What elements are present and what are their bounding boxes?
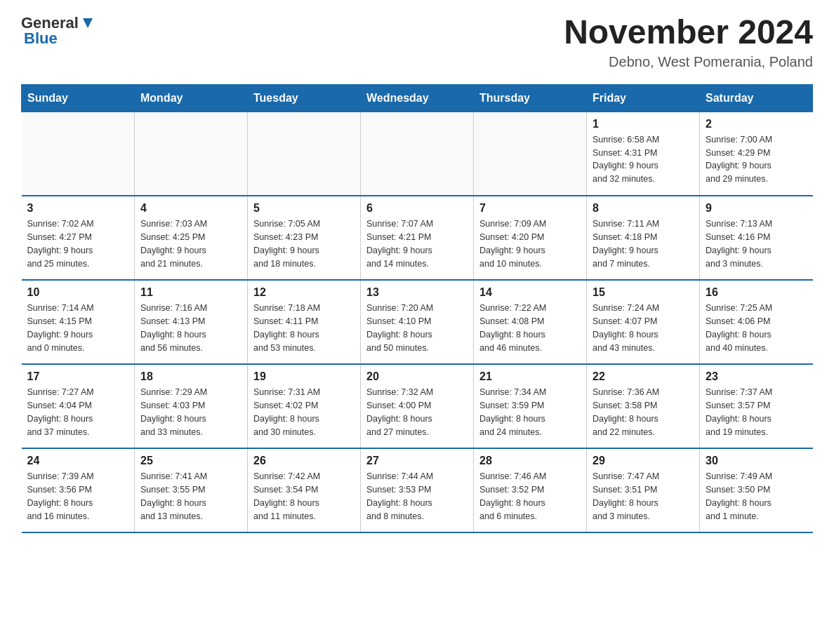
calendar-subtitle: Debno, West Pomerania, Poland [564,54,813,70]
day-info: Sunrise: 7:11 AM Sunset: 4:18 PM Dayligh… [593,217,694,270]
day-number: 29 [593,455,694,467]
table-row: 5Sunrise: 7:05 AM Sunset: 4:23 PM Daylig… [248,196,361,280]
table-row: 11Sunrise: 7:16 AM Sunset: 4:13 PM Dayli… [135,280,248,364]
day-number: 23 [706,370,807,383]
calendar-week-3: 10Sunrise: 7:14 AM Sunset: 4:15 PM Dayli… [22,280,813,364]
table-row: 18Sunrise: 7:29 AM Sunset: 4:03 PM Dayli… [135,364,248,448]
day-number: 1 [593,118,694,130]
table-row: 14Sunrise: 7:22 AM Sunset: 4:08 PM Dayli… [474,280,587,364]
day-info: Sunrise: 7:31 AM Sunset: 4:02 PM Dayligh… [253,386,355,438]
day-number: 18 [140,370,241,383]
day-number: 13 [366,286,468,299]
table-row: 2Sunrise: 7:00 AM Sunset: 4:29 PM Daylig… [700,112,813,196]
day-number: 28 [479,455,581,467]
day-info: Sunrise: 7:03 AM Sunset: 4:25 PM Dayligh… [140,217,241,270]
day-info: Sunrise: 7:29 AM Sunset: 4:03 PM Dayligh… [140,386,241,438]
day-info: Sunrise: 7:20 AM Sunset: 4:10 PM Dayligh… [366,302,468,354]
table-row: 30Sunrise: 7:49 AM Sunset: 3:50 PM Dayli… [700,448,813,532]
day-info: Sunrise: 7:14 AM Sunset: 4:15 PM Dayligh… [27,302,129,354]
day-info: Sunrise: 7:25 AM Sunset: 4:06 PM Dayligh… [706,302,807,354]
day-info: Sunrise: 7:02 AM Sunset: 4:27 PM Dayligh… [27,217,129,270]
day-number: 9 [706,202,807,215]
day-info: Sunrise: 7:27 AM Sunset: 4:04 PM Dayligh… [27,386,129,438]
calendar-week-5: 24Sunrise: 7:39 AM Sunset: 3:56 PM Dayli… [22,448,813,532]
table-row [135,112,248,196]
table-row: 1Sunrise: 6:58 AM Sunset: 4:31 PM Daylig… [587,112,700,196]
day-info: Sunrise: 7:49 AM Sunset: 3:50 PM Dayligh… [706,470,807,523]
day-info: Sunrise: 7:47 AM Sunset: 3:51 PM Dayligh… [593,470,694,523]
day-number: 12 [253,286,355,299]
calendar-week-4: 17Sunrise: 7:27 AM Sunset: 4:04 PM Dayli… [22,364,813,448]
table-row: 7Sunrise: 7:09 AM Sunset: 4:20 PM Daylig… [474,196,587,280]
table-row: 12Sunrise: 7:18 AM Sunset: 4:11 PM Dayli… [248,280,361,364]
table-row: 25Sunrise: 7:41 AM Sunset: 3:55 PM Dayli… [135,448,248,532]
day-info: Sunrise: 7:18 AM Sunset: 4:11 PM Dayligh… [253,302,355,354]
logo-blue: Blue [24,29,58,48]
calendar-table: Sunday Monday Tuesday Wednesday Thursday… [21,84,813,534]
header-monday: Monday [135,84,248,112]
day-info: Sunrise: 7:05 AM Sunset: 4:23 PM Dayligh… [253,217,355,270]
table-row: 20Sunrise: 7:32 AM Sunset: 4:00 PM Dayli… [361,364,474,448]
table-row: 24Sunrise: 7:39 AM Sunset: 3:56 PM Dayli… [22,448,135,532]
day-number: 2 [706,118,807,130]
day-number: 7 [479,202,581,215]
table-row: 6Sunrise: 7:07 AM Sunset: 4:21 PM Daylig… [361,196,474,280]
day-info: Sunrise: 7:39 AM Sunset: 3:56 PM Dayligh… [27,470,129,523]
table-row: 27Sunrise: 7:44 AM Sunset: 3:53 PM Dayli… [361,448,474,532]
day-number: 20 [366,370,468,383]
calendar-header-row: Sunday Monday Tuesday Wednesday Thursday… [22,84,813,112]
table-row: 29Sunrise: 7:47 AM Sunset: 3:51 PM Dayli… [587,448,700,532]
header-saturday: Saturday [700,84,813,112]
table-row: 4Sunrise: 7:03 AM Sunset: 4:25 PM Daylig… [135,196,248,280]
day-info: Sunrise: 7:36 AM Sunset: 3:58 PM Dayligh… [593,386,694,438]
day-number: 21 [479,370,581,383]
table-row [474,112,587,196]
day-number: 30 [706,455,807,467]
day-info: Sunrise: 7:13 AM Sunset: 4:16 PM Dayligh… [706,217,807,270]
table-row: 8Sunrise: 7:11 AM Sunset: 4:18 PM Daylig… [587,196,700,280]
day-number: 24 [27,455,129,467]
day-info: Sunrise: 7:00 AM Sunset: 4:29 PM Dayligh… [706,133,807,186]
day-number: 4 [140,202,241,215]
day-info: Sunrise: 6:58 AM Sunset: 4:31 PM Dayligh… [593,133,694,186]
table-row: 10Sunrise: 7:14 AM Sunset: 4:15 PM Dayli… [22,280,135,364]
day-info: Sunrise: 7:44 AM Sunset: 3:53 PM Dayligh… [366,470,468,523]
day-info: Sunrise: 7:16 AM Sunset: 4:13 PM Dayligh… [140,302,241,354]
table-row: 16Sunrise: 7:25 AM Sunset: 4:06 PM Dayli… [700,280,813,364]
table-row [248,112,361,196]
day-info: Sunrise: 7:41 AM Sunset: 3:55 PM Dayligh… [140,470,241,523]
svg-marker-0 [83,18,93,28]
table-row: 26Sunrise: 7:42 AM Sunset: 3:54 PM Dayli… [248,448,361,532]
day-info: Sunrise: 7:37 AM Sunset: 3:57 PM Dayligh… [706,386,807,438]
logo-arrow-icon [80,15,95,31]
day-number: 25 [140,455,241,467]
header-thursday: Thursday [474,84,587,112]
table-row: 13Sunrise: 7:20 AM Sunset: 4:10 PM Dayli… [361,280,474,364]
day-number: 11 [140,286,241,299]
day-number: 26 [253,455,355,467]
table-row: 28Sunrise: 7:46 AM Sunset: 3:52 PM Dayli… [474,448,587,532]
day-info: Sunrise: 7:34 AM Sunset: 3:59 PM Dayligh… [479,386,581,438]
day-number: 15 [593,286,694,299]
day-info: Sunrise: 7:07 AM Sunset: 4:21 PM Dayligh… [366,217,468,270]
page-header: General Blue November 2024 Debno, West P… [21,14,813,70]
day-number: 17 [27,370,129,383]
table-row: 17Sunrise: 7:27 AM Sunset: 4:04 PM Dayli… [22,364,135,448]
table-row: 22Sunrise: 7:36 AM Sunset: 3:58 PM Dayli… [587,364,700,448]
header-sunday: Sunday [22,84,135,112]
day-info: Sunrise: 7:09 AM Sunset: 4:20 PM Dayligh… [479,217,581,270]
day-number: 10 [27,286,129,299]
day-number: 27 [366,455,468,467]
header-wednesday: Wednesday [361,84,474,112]
calendar-week-2: 3Sunrise: 7:02 AM Sunset: 4:27 PM Daylig… [22,196,813,280]
day-number: 5 [253,202,355,215]
day-number: 3 [27,202,129,215]
day-number: 22 [593,370,694,383]
table-row: 19Sunrise: 7:31 AM Sunset: 4:02 PM Dayli… [248,364,361,448]
header-tuesday: Tuesday [248,84,361,112]
day-info: Sunrise: 7:46 AM Sunset: 3:52 PM Dayligh… [479,470,581,523]
table-row [361,112,474,196]
day-number: 8 [593,202,694,215]
calendar-week-1: 1Sunrise: 6:58 AM Sunset: 4:31 PM Daylig… [22,112,813,196]
table-row: 9Sunrise: 7:13 AM Sunset: 4:16 PM Daylig… [700,196,813,280]
